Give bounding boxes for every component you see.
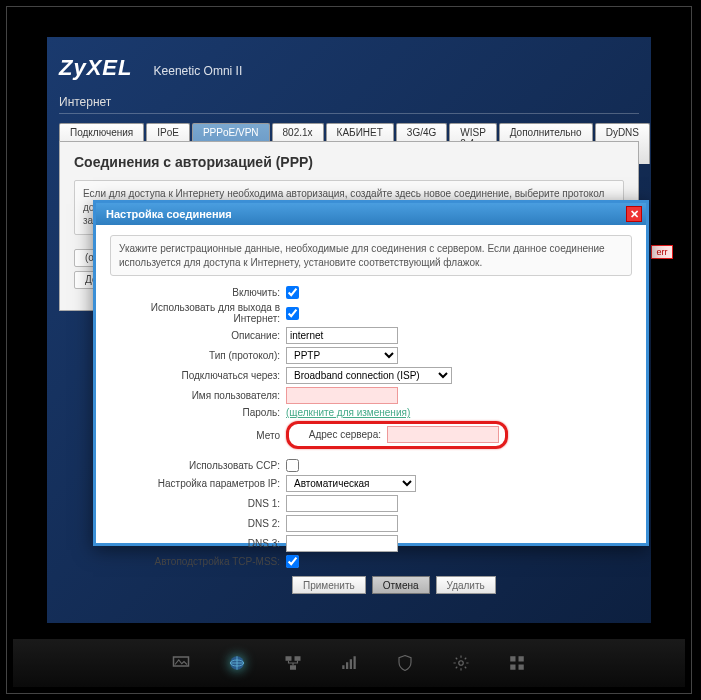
username-label: Имя пользователя:: [110, 390, 286, 401]
device-model: Keenetic Omni II: [154, 64, 243, 78]
enable-label: Включить:: [110, 287, 286, 298]
svg-rect-0: [174, 657, 189, 666]
dns2-input[interactable]: [286, 515, 398, 532]
svg-rect-7: [346, 662, 348, 669]
network-icon[interactable]: [283, 654, 303, 672]
description-label: Описание:: [110, 330, 286, 341]
svg-rect-13: [510, 665, 515, 670]
ccp-checkbox[interactable]: [286, 459, 299, 472]
use-for-internet-label: Использовать для выхода в Интернет:: [110, 302, 286, 324]
signal-icon[interactable]: [339, 654, 359, 672]
ccp-label: Использовать CCP:: [110, 460, 286, 471]
svg-rect-8: [350, 659, 352, 669]
globe-icon[interactable]: [227, 654, 247, 672]
svg-rect-3: [286, 656, 292, 661]
ipconfig-select[interactable]: Автоматическая: [286, 475, 416, 492]
connect-via-label: Подключаться через:: [110, 370, 286, 381]
svg-rect-6: [342, 665, 344, 669]
server-address-input[interactable]: [387, 426, 499, 443]
panel-title: Соединения с авторизацией (PPP): [74, 154, 624, 170]
server-address-label: Адрес сервера:: [291, 429, 387, 440]
svg-rect-9: [354, 656, 356, 669]
svg-rect-5: [290, 665, 296, 670]
dns1-label: DNS 1:: [110, 498, 286, 509]
svg-rect-12: [519, 656, 524, 661]
enable-checkbox[interactable]: [286, 286, 299, 299]
mss-label: Автоподстройка TCP-MSS:: [110, 556, 286, 567]
dns1-input[interactable]: [286, 495, 398, 512]
apps-icon[interactable]: [507, 654, 527, 672]
svg-rect-4: [295, 656, 301, 661]
section-title: Интернет: [59, 95, 111, 109]
method-label: Мето: [110, 430, 286, 441]
modal-title: Настройка соединения: [106, 208, 232, 220]
brand-logo: ZyXEL: [59, 55, 132, 80]
ipconfig-label: Настройка параметров IP:: [110, 478, 286, 489]
close-icon[interactable]: ✕: [626, 206, 642, 222]
apply-button[interactable]: Применить: [292, 576, 366, 594]
delete-button[interactable]: Удалить: [436, 576, 496, 594]
modal-description: Укажите регистрационные данные, необходи…: [110, 235, 632, 276]
svg-rect-11: [510, 656, 515, 661]
connect-via-select[interactable]: Broadband connection (ISP): [286, 367, 452, 384]
bottom-toolbar: [13, 639, 685, 687]
password-label: Пароль:: [110, 407, 286, 418]
description-input[interactable]: [286, 327, 398, 344]
use-for-internet-checkbox[interactable]: [286, 307, 299, 320]
mss-checkbox[interactable]: [286, 555, 299, 568]
cancel-button[interactable]: Отмена: [372, 576, 430, 594]
dns3-label: DNS 3:: [110, 538, 286, 549]
gear-icon[interactable]: [451, 654, 471, 672]
svg-point-10: [459, 661, 464, 666]
svg-rect-14: [519, 665, 524, 670]
dns2-label: DNS 2:: [110, 518, 286, 529]
shield-icon[interactable]: [395, 654, 415, 672]
type-label: Тип (протокол):: [110, 350, 286, 361]
dns3-input[interactable]: [286, 535, 398, 552]
password-change-link[interactable]: (щелкните для изменения): [286, 407, 410, 418]
connection-settings-modal: Настройка соединения ✕ Укажите регистрац…: [93, 200, 649, 546]
monitor-icon[interactable]: [171, 654, 191, 672]
protocol-select[interactable]: PPTP: [286, 347, 398, 364]
highlight-ring: Адрес сервера:: [286, 421, 508, 449]
error-badge: err: [651, 245, 673, 259]
username-input[interactable]: [286, 387, 398, 404]
